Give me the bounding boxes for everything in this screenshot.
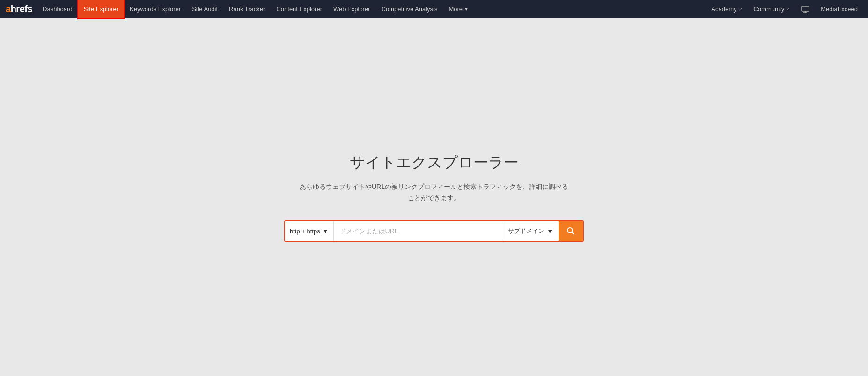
user-name[interactable]: MediaExceed (816, 6, 862, 13)
logo[interactable]: ahrefs (6, 4, 32, 14)
nav-item-community[interactable]: Community ↗ (749, 0, 794, 18)
nav-item-dashboard[interactable]: Dashboard (37, 0, 78, 18)
subdomain-dropdown-icon: ▼ (547, 228, 553, 235)
svg-rect-0 (802, 6, 809, 11)
svg-line-4 (572, 232, 574, 235)
page-title: サイトエクスプローラー (350, 152, 519, 173)
nav-item-content-explorer[interactable]: Content Explorer (271, 0, 328, 18)
logo-rest: hrefs (11, 4, 32, 14)
nav-item-competitive-analysis[interactable]: Competitive Analysis (376, 0, 443, 18)
main-content: サイトエクスプローラー あらゆるウェブサイトやURLの被リンクプロフィールと検索… (0, 18, 868, 376)
protocol-dropdown-icon: ▼ (323, 228, 329, 235)
nav-item-site-explorer[interactable]: Site Explorer (78, 0, 124, 18)
search-box: http + https ▼ サブドメイン ▼ (284, 220, 584, 242)
protocol-label: http + https (290, 228, 320, 235)
subdomain-select[interactable]: サブドメイン ▼ (502, 221, 559, 241)
more-dropdown-arrow: ▼ (464, 7, 469, 12)
community-external-icon: ↗ (786, 7, 790, 12)
nav-item-web-explorer[interactable]: Web Explorer (328, 0, 376, 18)
logo-a-letter: a (6, 4, 11, 14)
nav-item-keywords-explorer[interactable]: Keywords Explorer (124, 0, 186, 18)
protocol-select[interactable]: http + https ▼ (285, 221, 334, 241)
academy-external-icon: ↗ (738, 7, 742, 12)
url-input[interactable] (334, 221, 502, 241)
nav-right-section: Academy ↗ Community ↗ MediaExceed (706, 0, 862, 18)
search-icon (566, 227, 575, 235)
nav-item-more[interactable]: More ▼ (443, 0, 474, 18)
navbar: ahrefs Dashboard Site Explorer Keywords … (0, 0, 868, 18)
nav-item-academy[interactable]: Academy ↗ (706, 0, 747, 18)
page-subtitle: あらゆるウェブサイトやURLの被リンクプロフィールと検索トラフィックを、詳細に調… (298, 181, 570, 204)
nav-items: Dashboard Site Explorer Keywords Explore… (37, 0, 706, 18)
logo-text: ahrefs (6, 4, 32, 14)
nav-item-rank-tracker[interactable]: Rank Tracker (223, 0, 271, 18)
nav-item-site-audit[interactable]: Site Audit (186, 0, 223, 18)
subdomain-label: サブドメイン (508, 227, 544, 235)
search-button[interactable] (559, 221, 583, 241)
monitor-icon[interactable] (796, 6, 814, 13)
